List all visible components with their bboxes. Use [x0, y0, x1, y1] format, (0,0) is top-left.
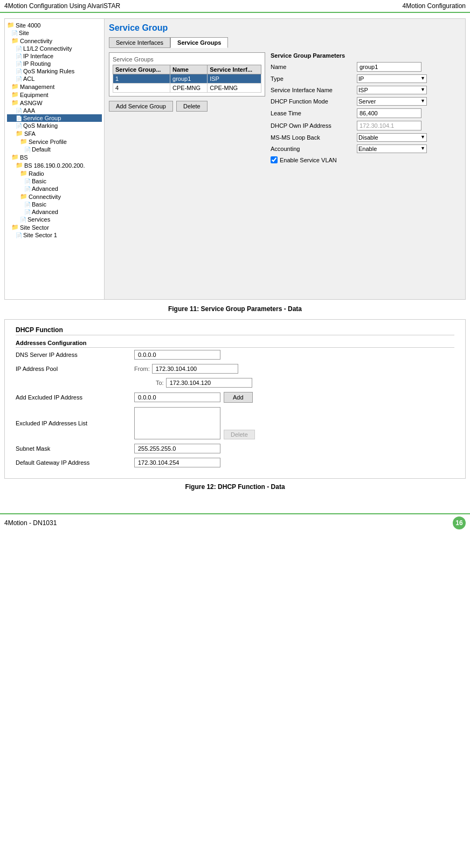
param-service-if-label: Service Interface Name [271, 87, 357, 93]
folder-icon: 📁 [16, 130, 23, 137]
tree-item-service-group[interactable]: 📄Service Group [7, 114, 102, 122]
enable-vlan-checkbox[interactable] [271, 156, 278, 163]
tree-item-label: Site Sector [20, 224, 49, 231]
tree-item-label: SFA [24, 130, 36, 137]
tree-item-site-sector[interactable]: 📁Site Sector [7, 223, 102, 231]
excluded-list-textarea[interactable] [134, 407, 220, 439]
from-input[interactable] [152, 364, 238, 374]
delete-button[interactable]: Delete [176, 101, 208, 112]
tree-item-services[interactable]: 📄Services [7, 216, 102, 223]
footer-left: 4Motion - DN1031 [4, 519, 57, 527]
param-type-select[interactable]: IP [357, 74, 427, 83]
tree-item-site-4000[interactable]: 📁Site 4000 [7, 21, 102, 29]
param-dhcp-mode-select[interactable]: Server [357, 97, 427, 106]
tabs-container: Service Interfaces Service Groups [109, 37, 461, 48]
param-service-if-select-wrapper: ISP [357, 86, 427, 94]
tree-item-basic[interactable]: 📄Basic [7, 177, 102, 185]
page-number: 16 [453, 516, 466, 529]
excluded-input[interactable] [134, 392, 220, 402]
tree-item-advanced[interactable]: 📄Advanced [7, 185, 102, 192]
col-interface: Service Interf... [208, 65, 261, 74]
tree-item-label: QoS Marking Rules [23, 68, 74, 74]
param-ms-loop-select[interactable]: Disable [357, 133, 427, 142]
tree-item-label: Service Group [23, 115, 61, 121]
tree-item-label: Services [27, 216, 50, 223]
tree-item-radio[interactable]: 📁Radio [7, 169, 102, 177]
param-ms-loop-row: MS-MS Loop Back Disable [271, 133, 461, 142]
tree-item-label: Management [20, 84, 54, 90]
tree-item-label: IP Routing [23, 60, 51, 67]
tree-item-acl[interactable]: 📄ACL [7, 75, 102, 82]
param-type-row: Type IP [271, 74, 461, 83]
dns-input[interactable] [134, 350, 220, 360]
tree-item-l1/l2-connectivity[interactable]: 📄L1/L2 Connectivity [7, 45, 102, 52]
param-name-input[interactable] [357, 62, 421, 72]
tree-item-basic[interactable]: 📄Basic [7, 201, 102, 208]
param-accounting-select[interactable]: Enable [357, 144, 427, 153]
tree-item-service-profile[interactable]: 📁Service Profile [7, 137, 102, 146]
tree-item-label: Site 4000 [16, 22, 40, 29]
param-dhcp-mode-row: DHCP Function Mode Server [271, 97, 461, 106]
header-left: 4Motion Configuration Using AlvariSTAR [4, 2, 120, 10]
tree-item-label: Advanced [32, 185, 58, 192]
tree-item-label: Basic [32, 178, 46, 184]
add-service-group-button[interactable]: Add Service Group [109, 101, 173, 112]
param-service-if-select[interactable]: ISP [357, 86, 427, 94]
tree-item-qos-marking[interactable]: 📄QoS Marking [7, 122, 102, 129]
param-type-label: Type [271, 75, 357, 82]
param-dhcp-ip-label: DHCP Own IP Address [271, 122, 357, 129]
file-icon: 📄 [24, 147, 31, 153]
tree-item-site[interactable]: 📄Site [7, 29, 102, 37]
subnet-input[interactable] [134, 444, 220, 453]
cell-interface: ISP [208, 74, 261, 84]
tree-item-label: Connectivity [29, 194, 61, 200]
tree-item-qos-marking-rules[interactable]: 📄QoS Marking Rules [7, 67, 102, 75]
tree-item-label: Radio [29, 170, 44, 177]
tree-item-connectivity[interactable]: 📁Connectivity [7, 192, 102, 201]
service-groups-box: Service Groups Service Group... Name Ser… [109, 52, 265, 97]
tree-item-ip-interface[interactable]: 📄IP Interface [7, 52, 102, 60]
add-excluded-button[interactable]: Add [224, 392, 253, 403]
tab-service-groups[interactable]: Service Groups [170, 37, 228, 48]
tree-item-label: Advanced [32, 209, 58, 215]
tree-item-bs-186.190.0.200.200.[interactable]: 📁BS 186.190.0.200.200. [7, 161, 102, 169]
file-icon: 📄 [20, 217, 26, 223]
enable-vlan-label: Enable Service VLAN [280, 157, 337, 163]
delete-excluded-button[interactable]: Delete [224, 430, 255, 439]
to-input[interactable] [166, 378, 252, 388]
tree-item-bs[interactable]: 📁BS [7, 153, 102, 161]
tree-item-label: BS 186.190.0.200.200. [24, 162, 85, 169]
folder-icon: 📁 [11, 154, 19, 161]
table-row[interactable]: 4CPE-MNGCPE-MNG [113, 84, 261, 93]
tree-item-ip-routing[interactable]: 📄IP Routing [7, 60, 102, 67]
param-lease-input[interactable] [357, 108, 421, 118]
tree-item-site-sector-1[interactable]: 📄Site Sector 1 [7, 231, 102, 239]
tree-item-label: Service Profile [29, 139, 67, 145]
tab-service-interfaces[interactable]: Service Interfaces [109, 37, 170, 48]
table-row[interactable]: 1group1ISP [113, 74, 261, 84]
tree-item-management[interactable]: 📁Management [7, 82, 102, 91]
file-icon: 📄 [24, 209, 31, 215]
excluded-row: Add Excluded IP Address Add [16, 392, 454, 403]
tree-item-advanced[interactable]: 📄Advanced [7, 208, 102, 216]
col-id: Service Group... [113, 65, 170, 74]
tree-item-label: Site Sector 1 [23, 232, 57, 238]
service-groups-table: Service Group... Name Service Interf... … [113, 65, 261, 93]
tree-item-default[interactable]: 📄Default [7, 146, 102, 153]
tree-item-sfa[interactable]: 📁SFA [7, 129, 102, 137]
subnet-label: Subnet Mask [16, 445, 134, 452]
tree-item-equipment[interactable]: 📁Equipment [7, 91, 102, 99]
tree-item-label: BS [20, 154, 28, 161]
folder-icon: 📁 [11, 224, 19, 231]
gateway-input[interactable] [134, 458, 220, 467]
tree-item-connectivity[interactable]: 📁Connectivity [7, 37, 102, 45]
file-icon: 📄 [16, 61, 22, 67]
page-header: 4Motion Configuration Using AlvariSTAR 4… [0, 0, 470, 13]
cell-id: 4 [113, 84, 170, 93]
tree-item-label: Default [32, 146, 51, 153]
header-right: 4Motion Configuration [403, 2, 466, 10]
tree-item-aaa[interactable]: 📄AAA [7, 107, 102, 114]
tree-item-asngw[interactable]: 📁ASNGW [7, 99, 102, 107]
cell-interface: CPE-MNG [208, 84, 261, 93]
param-dhcp-ip-input[interactable] [357, 121, 421, 130]
